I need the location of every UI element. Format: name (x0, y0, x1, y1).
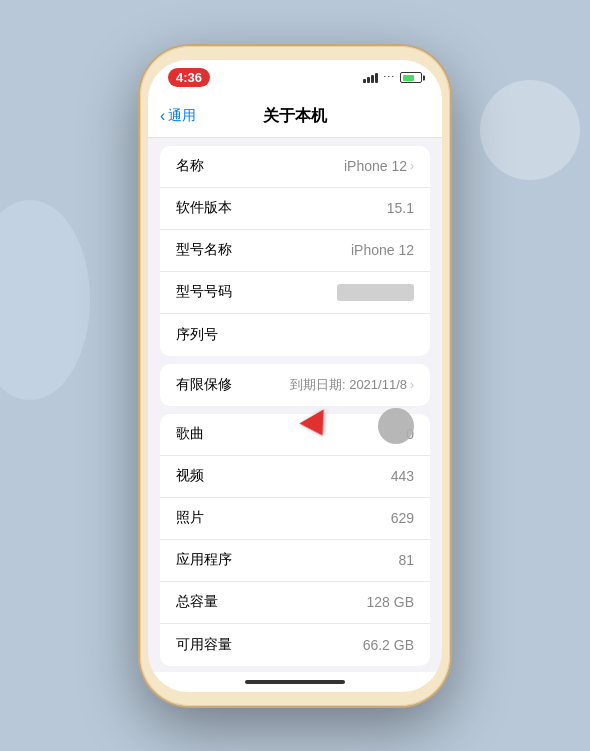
nav-bar: ‹ 通用 关于本机 (148, 96, 442, 138)
wifi-icon: ⋅⋅⋅ (383, 71, 395, 84)
battery-fill (403, 75, 415, 81)
model-number-label: 型号号码 (176, 283, 232, 301)
bg-decoration-right (480, 80, 580, 180)
warranty-row[interactable]: 有限保修 到期日期: 2021/11/8 › (160, 364, 430, 406)
photos-label: 照片 (176, 509, 204, 527)
stats-group: 歌曲 0 视频 443 照片 629 应用程序 81 总容量 128 (160, 414, 430, 666)
back-chevron-icon: ‹ (160, 108, 165, 124)
back-button[interactable]: ‹ 通用 (160, 107, 196, 125)
home-bar (245, 680, 345, 684)
model-number-row: 型号号码 XXXXXXXX (160, 272, 430, 314)
signal-icon (363, 73, 378, 83)
bg-decoration-left (0, 200, 90, 400)
songs-label: 歌曲 (176, 425, 204, 443)
total-capacity-label: 总容量 (176, 593, 218, 611)
device-info-group: 名称 iPhone 12 › 软件版本 15.1 型号名称 iPhone 12 … (160, 146, 430, 356)
status-icons: ⋅⋅⋅ (363, 71, 422, 84)
serial-number-label: 序列号 (176, 326, 218, 344)
videos-row: 视频 443 (160, 456, 430, 498)
software-version-label: 软件版本 (176, 199, 232, 217)
phone-frame: 4:36 ⋅⋅⋅ ‹ 通用 关于本机 (140, 46, 450, 706)
warranty-label: 有限保修 (176, 376, 232, 394)
available-capacity-row: 可用容量 66.2 GB (160, 624, 430, 666)
apps-value: 81 (398, 552, 414, 568)
name-value: iPhone 12 › (344, 158, 414, 174)
page-title: 关于本机 (263, 106, 327, 127)
photos-row: 照片 629 (160, 498, 430, 540)
back-label: 通用 (168, 107, 196, 125)
battery-icon (400, 72, 422, 83)
home-indicator (148, 672, 442, 692)
phone-screen: 4:36 ⋅⋅⋅ ‹ 通用 关于本机 (148, 60, 442, 692)
warranty-chevron-icon: › (410, 378, 414, 392)
warranty-group: 有限保修 到期日期: 2021/11/8 › (160, 364, 430, 406)
name-label: 名称 (176, 157, 204, 175)
available-capacity-label: 可用容量 (176, 636, 232, 654)
status-bar: 4:36 ⋅⋅⋅ (148, 60, 442, 96)
videos-value: 443 (391, 468, 414, 484)
name-row[interactable]: 名称 iPhone 12 › (160, 146, 430, 188)
available-capacity-value: 66.2 GB (363, 637, 414, 653)
warranty-value: 到期日期: 2021/11/8 › (290, 376, 414, 394)
software-version-value: 15.1 (387, 200, 414, 216)
model-name-label: 型号名称 (176, 241, 232, 259)
warranty-date: 到期日期: 2021/11/8 (290, 376, 407, 394)
apps-label: 应用程序 (176, 551, 232, 569)
model-name-row: 型号名称 iPhone 12 (160, 230, 430, 272)
name-chevron-icon: › (410, 159, 414, 173)
photos-value: 629 (391, 510, 414, 526)
cursor-circle (378, 408, 414, 444)
status-time: 4:36 (168, 68, 210, 87)
model-number-blurred: XXXXXXXX (337, 284, 414, 301)
model-number-value: XXXXXXXX (337, 284, 414, 301)
software-version-row: 软件版本 15.1 (160, 188, 430, 230)
serial-number-row: 序列号 (160, 314, 430, 356)
videos-label: 视频 (176, 467, 204, 485)
total-capacity-value: 128 GB (367, 594, 414, 610)
content-scroll[interactable]: 名称 iPhone 12 › 软件版本 15.1 型号名称 iPhone 12 … (148, 138, 442, 672)
total-capacity-row: 总容量 128 GB (160, 582, 430, 624)
model-name-value: iPhone 12 (351, 242, 414, 258)
apps-row: 应用程序 81 (160, 540, 430, 582)
